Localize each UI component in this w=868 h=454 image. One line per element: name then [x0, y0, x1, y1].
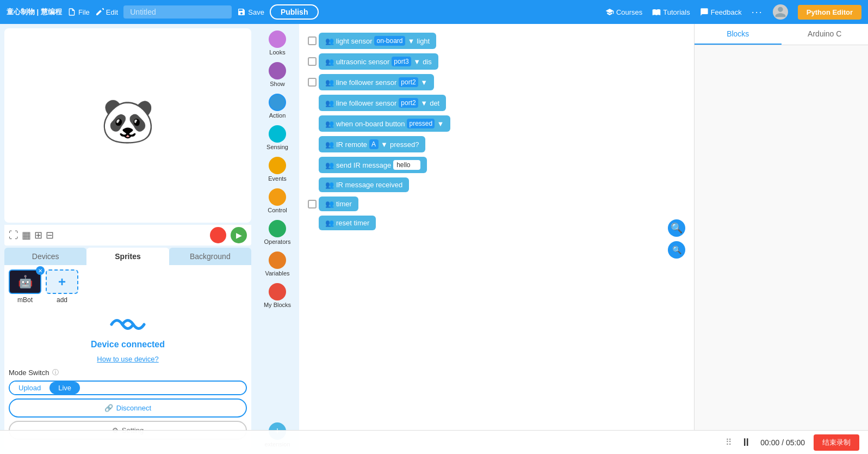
device-connected-section: Device connected How to use device? Mode…: [9, 308, 247, 445]
category-events[interactable]: Events: [258, 155, 296, 184]
block-timer[interactable]: 👥 timer: [319, 197, 358, 211]
pause-button[interactable]: ⏸: [741, 436, 752, 449]
mbot-close[interactable]: ✕: [36, 266, 45, 275]
checkbox-light-sensor[interactable]: [308, 36, 317, 45]
project-title-input[interactable]: [123, 5, 232, 19]
grid-2-icon[interactable]: ▦: [22, 229, 31, 241]
avatar-icon: [773, 4, 788, 20]
blocks-content: 👥 light sensor on-board ▼ light 👥 ultras…: [299, 24, 694, 239]
category-my-blocks[interactable]: My Blocks: [258, 281, 296, 310]
block-send-ir[interactable]: 👥 send IR message: [319, 157, 427, 173]
block-row-ir-received: 👥 IR message received: [308, 177, 685, 192]
btn-icon: 👥: [325, 120, 334, 128]
tab-devices[interactable]: Devices: [4, 248, 86, 265]
zoom-out-button[interactable]: 🔍: [668, 241, 685, 259]
courses-link[interactable]: Courses: [605, 8, 642, 16]
block-line-follower-2[interactable]: 👥 line follower sensor port2 ▼ det: [319, 95, 446, 111]
mode-buttons: Upload Live: [9, 381, 247, 395]
checkbox-line-follower-1[interactable]: [308, 78, 317, 87]
right-panel: Blocks Arduino C: [694, 24, 868, 454]
block-light-sensor[interactable]: 👥 light sensor on-board ▼ light: [319, 33, 436, 49]
ir-remote-select[interactable]: A: [369, 139, 379, 149]
courses-icon: [605, 8, 614, 16]
stage-area: 🐼: [4, 28, 251, 223]
python-editor-button[interactable]: Python Editor: [798, 5, 861, 20]
top-nav: 童心制物 | 慧编程 File Edit Save Publish Course…: [0, 0, 868, 24]
onboard-btn-select[interactable]: pressed: [407, 119, 435, 128]
tab-arduino-c[interactable]: Arduino C: [782, 24, 869, 45]
block-row-send-ir: 👥 send IR message: [308, 157, 685, 173]
publish-button[interactable]: Publish: [270, 4, 319, 20]
feedback-link[interactable]: Feedback: [700, 8, 742, 16]
category-looks[interactable]: Looks: [258, 28, 296, 58]
mbot-label: mBot: [17, 296, 33, 304]
view-controls: ⛶ ▦ ⊞ ⊟: [9, 229, 54, 241]
link-icon: 🔗: [104, 404, 113, 412]
grid-drag-icon: ⠿: [726, 437, 732, 447]
action-dot: [269, 94, 286, 111]
grid-4-icon[interactable]: ⊟: [46, 229, 54, 241]
block-ir-remote[interactable]: 👥 IR remote A ▼ pressed?: [319, 136, 425, 152]
block-line-follower-1[interactable]: 👥 line follower sensor port2 ▼: [319, 74, 434, 90]
stop-button[interactable]: [210, 227, 226, 243]
mbot-icon: 🤖: [18, 275, 33, 289]
edit-icon: [95, 8, 104, 16]
main-layout: 🐼 ⛶ ▦ ⊞ ⊟ ▶ Devices Sprites Background: [0, 24, 868, 454]
block-ir-received[interactable]: 👥 IR message received: [319, 177, 409, 192]
checkbox-ultrasonic[interactable]: [308, 57, 317, 66]
control-dot: [269, 188, 286, 206]
file-icon: [67, 8, 76, 16]
block-reset-timer[interactable]: 👥 reset timer: [319, 216, 376, 230]
line-follower-icon: 👥: [325, 78, 334, 87]
more-options[interactable]: ···: [752, 7, 763, 18]
zoom-in-button[interactable]: 🔍: [668, 219, 685, 237]
category-operators[interactable]: Operators: [258, 218, 296, 247]
grid-3-icon[interactable]: ⊞: [34, 229, 42, 241]
category-control[interactable]: Control: [258, 186, 296, 216]
tutorials-link[interactable]: Tutorials: [652, 8, 690, 16]
ultrasonic-icon: 👥: [325, 58, 334, 66]
mode-info-icon[interactable]: ⓘ: [52, 368, 59, 377]
checkbox-timer[interactable]: [308, 200, 317, 208]
category-show[interactable]: Show: [258, 60, 296, 89]
block-ultrasonic[interactable]: 👥 ultrasonic sensor port3 ▼ dis: [319, 53, 438, 70]
category-sensing[interactable]: Sensing: [258, 123, 296, 152]
ir-message-input[interactable]: [393, 160, 420, 170]
operators-dot: [269, 220, 286, 237]
tab-blocks[interactable]: Blocks: [695, 24, 782, 45]
block-row-timer: 👥 timer: [308, 197, 685, 211]
go-button[interactable]: ▶: [231, 227, 247, 243]
disconnect-button[interactable]: 🔗 Disconnect: [9, 398, 247, 418]
edit-menu[interactable]: Edit: [95, 8, 118, 16]
line-follower-2-port-select[interactable]: port2: [399, 98, 418, 108]
ultrasonic-port-select[interactable]: port3: [392, 57, 411, 66]
live-mode-btn[interactable]: Live: [49, 382, 80, 394]
block-onboard-btn[interactable]: 👥 when on-board button pressed ▼: [319, 115, 450, 132]
chain-icon: [106, 314, 150, 335]
how-to-link[interactable]: How to use device?: [97, 355, 158, 363]
panel-tabs: Devices Sprites Background: [4, 248, 251, 265]
reset-timer-icon: 👥: [325, 219, 334, 227]
file-menu[interactable]: File: [67, 8, 90, 16]
light-sensor-port-select[interactable]: on-board: [374, 36, 405, 46]
block-row-ir-remote: 👥 IR remote A ▼ pressed?: [308, 136, 685, 152]
end-recording-button[interactable]: 结束录制: [814, 434, 859, 451]
line-follower-1-port-select[interactable]: port2: [399, 77, 418, 87]
upload-mode-btn[interactable]: Upload: [10, 382, 49, 394]
blocks-canvas: 👥 light sensor on-board ▼ light 👥 ultras…: [299, 24, 694, 454]
save-button[interactable]: Save: [237, 8, 264, 16]
logo: 童心制物 | 慧编程: [7, 7, 62, 17]
tab-sprites[interactable]: Sprites: [86, 248, 169, 265]
expand-icon[interactable]: ⛶: [9, 230, 18, 241]
block-row-ultrasonic: 👥 ultrasonic sensor port3 ▼ dis: [308, 53, 685, 70]
category-action[interactable]: Action: [258, 91, 296, 121]
tab-background[interactable]: Background: [169, 248, 251, 265]
bottom-bar: ⠿ ⏸ 00:00 / 05:00 结束录制: [0, 430, 868, 454]
avatar[interactable]: [773, 4, 788, 20]
add-device-thumb[interactable]: +: [46, 269, 78, 294]
category-variables[interactable]: Variables: [258, 249, 296, 279]
mbot-device[interactable]: 🤖 ✕ mBot: [9, 269, 41, 304]
add-device[interactable]: + add: [46, 269, 78, 304]
block-row-line-follower-1: 👥 line follower sensor port2 ▼: [308, 74, 685, 90]
sensor-icon: 👥: [325, 37, 334, 45]
